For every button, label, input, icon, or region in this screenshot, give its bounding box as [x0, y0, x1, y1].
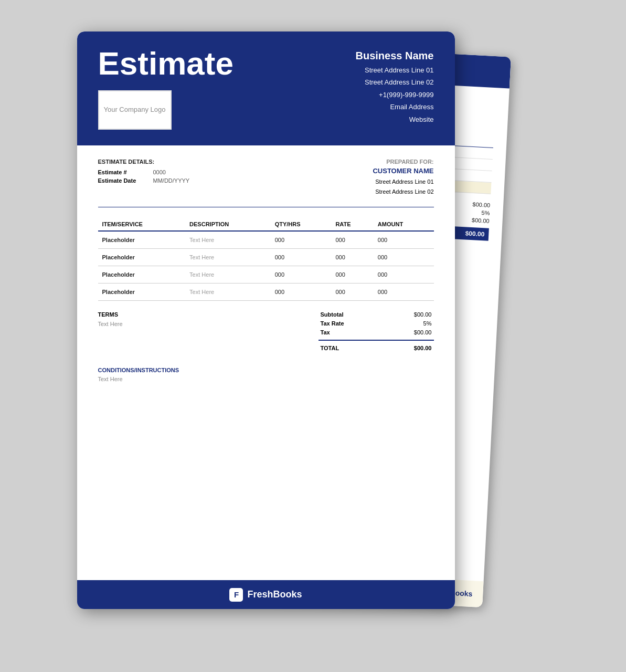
estimate-date-val: MM/DD/YYYY: [153, 177, 190, 184]
bottom-section: TERMS Text Here Subtotal $00.00 Tax Rate…: [98, 311, 434, 354]
header-left: Estimate Your Company Logo: [98, 47, 234, 130]
details-row: ESTIMATE DETAILS: Estimate # 0000 Estima…: [98, 159, 434, 196]
items-table: ITEM/SERVICE DESCRIPTION QTY/HRS RATE AM…: [98, 218, 434, 301]
terms-text: Text Here: [98, 321, 123, 327]
row-amount-3: 000: [374, 284, 434, 301]
front-document: Estimate Your Company Logo Business Name…: [77, 32, 455, 609]
business-street2: Street Address Line 02: [356, 76, 434, 88]
row-item-1: Placeholder: [98, 249, 186, 266]
row-item-3: Placeholder: [98, 284, 186, 301]
tax-row: Tax $00.00: [319, 329, 434, 335]
back-total-value: $00.00: [465, 229, 484, 238]
prepared-for-label: PREPARED FOR:: [373, 159, 433, 165]
business-street1: Street Address Line 01: [356, 64, 434, 76]
estimate-num-key: Estimate #: [98, 169, 145, 175]
table-row: Placeholder Text Here 000 000 000: [98, 231, 434, 249]
logo-box: Your Company Logo: [98, 90, 172, 130]
tax-rate-label: Tax Rate: [321, 320, 344, 327]
row-qty-3: 000: [271, 284, 332, 301]
tax-rate-row: Tax Rate 5%: [319, 320, 434, 327]
subtotal-row: Subtotal $00.00: [319, 311, 434, 318]
col-description: DESCRIPTION: [185, 218, 271, 231]
col-qty: QTY/HRS: [271, 218, 332, 231]
row-desc-3: Text Here: [185, 284, 271, 301]
prepared-for-section: PREPARED FOR: CUSTOMER NAME Street Addre…: [373, 159, 433, 196]
row-rate-0: 000: [331, 231, 373, 249]
back-tax-rate-value: 5%: [481, 209, 490, 216]
business-name: Business Name: [356, 50, 434, 62]
logo-placeholder-text: Your Company Logo: [103, 106, 165, 114]
row-qty-1: 000: [271, 249, 332, 266]
totals-divider: [319, 340, 434, 341]
row-qty-0: 000: [271, 231, 332, 249]
customer-street1: Street Address Line 01: [373, 177, 433, 187]
back-tax-value: $00.00: [471, 217, 489, 224]
business-phone: +1(999)-999-9999: [356, 89, 434, 101]
table-row: Placeholder Text Here 000 000 000: [98, 249, 434, 266]
business-email: Email Address: [356, 101, 434, 113]
section-divider: [98, 207, 434, 207]
customer-address: Street Address Line 01 Street Address Li…: [373, 177, 433, 196]
col-rate: RATE: [331, 218, 373, 231]
table-row: Placeholder Text Here 000 000 000: [98, 284, 434, 301]
conditions-section: CONDITIONS/INSTRUCTIONS Text Here: [98, 367, 434, 382]
row-rate-1: 000: [331, 249, 373, 266]
row-item-2: Placeholder: [98, 266, 186, 284]
terms-section: TERMS Text Here: [98, 311, 123, 354]
estimate-details-label: ESTIMATE DETAILS:: [98, 159, 190, 165]
business-info: Street Address Line 01 Street Address Li…: [356, 64, 434, 125]
totals-section: Subtotal $00.00 Tax Rate 5% Tax $00.00 T…: [319, 311, 434, 354]
freshbooks-footer-icon: F: [229, 588, 243, 602]
row-desc-0: Text Here: [185, 231, 271, 249]
back-subtotal-value: $00.00: [472, 201, 490, 208]
row-rate-3: 000: [331, 284, 373, 301]
subtotal-label: Subtotal: [321, 311, 344, 318]
estimate-num-val: 0000: [153, 169, 166, 175]
customer-name: CUSTOMER NAME: [373, 167, 433, 175]
customer-street2: Street Address Line 02: [373, 187, 433, 197]
tax-label: Tax: [321, 329, 330, 335]
subtotal-value: $00.00: [414, 311, 432, 318]
business-website: Website: [356, 113, 434, 125]
estimate-date-key: Estimate Date: [98, 177, 145, 184]
row-amount-1: 000: [374, 249, 434, 266]
estimate-date-row: Estimate Date MM/DD/YYYY: [98, 177, 190, 184]
total-value: $00.00: [414, 345, 432, 351]
row-item-0: Placeholder: [98, 231, 186, 249]
tax-value: $00.00: [414, 329, 432, 335]
freshbooks-footer-text: FreshBooks: [247, 589, 302, 600]
table-row: Placeholder Text Here 000 000 000: [98, 266, 434, 284]
document-scene: ESTIMATE DETAILS: Estimate # 0000 Estima…: [77, 32, 549, 640]
col-item: ITEM/SERVICE: [98, 218, 186, 231]
freshbooks-footer-logo: F FreshBooks: [229, 588, 302, 602]
row-qty-2: 000: [271, 266, 332, 284]
row-rate-2: 000: [331, 266, 373, 284]
estimate-title: Estimate: [98, 47, 234, 80]
terms-label: TERMS: [98, 311, 123, 318]
conditions-text: Text Here: [98, 376, 434, 382]
estimate-num-row: Estimate # 0000: [98, 169, 190, 175]
tax-rate-value: 5%: [423, 320, 432, 327]
total-label: TOTAL: [321, 345, 339, 351]
row-desc-1: Text Here: [185, 249, 271, 266]
row-amount-0: 000: [374, 231, 434, 249]
conditions-label: CONDITIONS/INSTRUCTIONS: [98, 367, 434, 373]
row-desc-2: Text Here: [185, 266, 271, 284]
header-right: Business Name Street Address Line 01 Str…: [356, 47, 434, 125]
front-body: ESTIMATE DETAILS: Estimate # 0000 Estima…: [77, 145, 455, 395]
total-row: TOTAL $00.00: [319, 345, 434, 351]
estimate-details-section: ESTIMATE DETAILS: Estimate # 0000 Estima…: [98, 159, 190, 196]
row-amount-2: 000: [374, 266, 434, 284]
front-header: Estimate Your Company Logo Business Name…: [77, 32, 455, 145]
front-footer: F FreshBooks: [77, 580, 455, 609]
col-amount: AMOUNT: [374, 218, 434, 231]
